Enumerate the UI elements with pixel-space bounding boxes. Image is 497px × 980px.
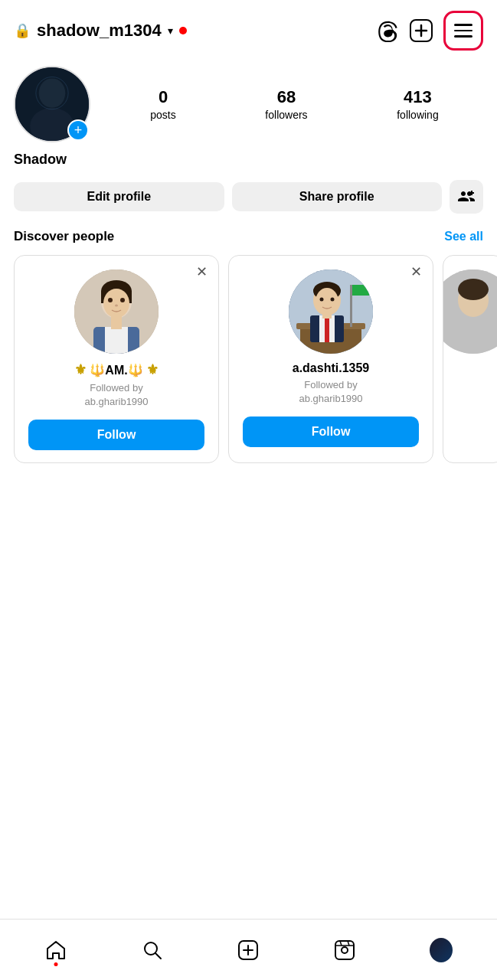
person-card-3 bbox=[443, 255, 497, 463]
home-nav-button[interactable] bbox=[44, 939, 67, 962]
person-1-username: ⚜ 🔱AM.🔱 ⚜ bbox=[74, 361, 159, 378]
search-icon bbox=[141, 939, 164, 962]
profile-nav-avatar bbox=[430, 939, 453, 962]
svg-point-11 bbox=[108, 298, 113, 302]
close-card-2-button[interactable]: ✕ bbox=[410, 265, 422, 279]
follow-person-2-button[interactable]: Follow bbox=[243, 416, 419, 447]
fleur-right-icon: ⚜ bbox=[146, 362, 159, 377]
discover-header: Discover people See all bbox=[0, 229, 497, 244]
svg-point-30 bbox=[331, 298, 335, 302]
reels-icon bbox=[333, 939, 356, 962]
people-scroll: ✕ bbox=[0, 255, 497, 471]
profile-display-name: Shadow bbox=[14, 152, 483, 168]
nav-avatar-circle bbox=[430, 938, 453, 962]
threads-button[interactable] bbox=[376, 19, 399, 42]
svg-rect-37 bbox=[335, 941, 354, 959]
person-2-username: a.dashti.1359 bbox=[293, 361, 370, 375]
posts-stat[interactable]: 0 posts bbox=[150, 87, 175, 121]
discover-title: Discover people bbox=[14, 229, 114, 244]
add-person-icon bbox=[457, 188, 476, 206]
person-1-followed-by: Followed by ab.gharib1990 bbox=[84, 381, 148, 409]
person-2-avatar bbox=[289, 270, 373, 354]
reels-nav-button[interactable] bbox=[333, 939, 356, 962]
following-label: following bbox=[397, 109, 438, 121]
top-nav: 🔒 shadow_m1304 ▾ bbox=[0, 0, 497, 58]
home-active-dot bbox=[54, 962, 57, 966]
bottom-spacer bbox=[0, 471, 497, 540]
fleur-left-icon: ⚜ bbox=[74, 362, 87, 377]
followers-stat[interactable]: 68 followers bbox=[265, 87, 307, 121]
chevron-down-icon[interactable]: ▾ bbox=[168, 24, 173, 37]
person-2-followed-by: Followed by ab.gharib1990 bbox=[299, 378, 362, 406]
svg-point-1 bbox=[39, 78, 66, 107]
share-profile-button[interactable]: Share profile bbox=[232, 182, 443, 211]
add-person-button[interactable] bbox=[450, 180, 483, 214]
person-card-2: ✕ bbox=[228, 255, 433, 463]
bottom-nav bbox=[0, 919, 497, 980]
add-story-button[interactable]: + bbox=[67, 119, 89, 141]
create-nav-button[interactable] bbox=[237, 939, 260, 962]
following-stat[interactable]: 413 following bbox=[397, 87, 438, 121]
svg-point-29 bbox=[320, 298, 324, 302]
following-count: 413 bbox=[404, 87, 432, 107]
svg-point-28 bbox=[316, 288, 338, 315]
search-nav-button[interactable] bbox=[141, 939, 164, 962]
svg-rect-27 bbox=[325, 315, 329, 342]
close-card-1-button[interactable]: ✕ bbox=[196, 265, 208, 279]
hamburger-icon bbox=[443, 11, 483, 51]
online-dot bbox=[179, 27, 187, 34]
username-label: shadow_m1304 bbox=[37, 21, 162, 41]
lock-icon: 🔒 bbox=[14, 22, 31, 39]
nav-left: 🔒 shadow_m1304 ▾ bbox=[14, 21, 187, 41]
menu-button[interactable] bbox=[443, 11, 483, 51]
person-card-1: ✕ bbox=[14, 255, 219, 463]
svg-rect-31 bbox=[322, 314, 332, 318]
svg-rect-16 bbox=[111, 315, 122, 329]
svg-point-13 bbox=[115, 305, 118, 307]
profile-section: + 0 posts 68 followers 413 following Sha… bbox=[0, 58, 497, 214]
svg-rect-22 bbox=[352, 285, 369, 296]
person-3-avatar bbox=[443, 270, 497, 354]
svg-rect-15 bbox=[105, 327, 128, 354]
home-icon bbox=[44, 939, 67, 962]
avatar-wrapper: + bbox=[14, 66, 90, 142]
profile-top: + 0 posts 68 followers 413 following bbox=[14, 66, 483, 142]
svg-point-12 bbox=[120, 298, 125, 302]
create-icon bbox=[237, 939, 260, 962]
followers-count: 68 bbox=[277, 87, 296, 107]
nav-right bbox=[376, 11, 483, 51]
posts-count: 0 bbox=[159, 87, 168, 107]
stats-row: 0 posts 68 followers 413 following bbox=[106, 87, 483, 121]
plus-icon bbox=[410, 19, 433, 42]
add-content-button[interactable] bbox=[410, 19, 433, 42]
svg-point-10 bbox=[103, 289, 129, 318]
see-all-button[interactable]: See all bbox=[444, 230, 483, 243]
svg-rect-21 bbox=[350, 285, 352, 327]
profile-buttons-row: Edit profile Share profile bbox=[14, 180, 483, 214]
profile-nav-button[interactable] bbox=[430, 939, 453, 962]
posts-label: posts bbox=[150, 109, 175, 121]
edit-profile-button[interactable]: Edit profile bbox=[14, 182, 224, 211]
followers-label: followers bbox=[265, 109, 307, 121]
follow-person-1-button[interactable]: Follow bbox=[28, 420, 204, 450]
person-1-avatar bbox=[74, 270, 159, 354]
svg-point-34 bbox=[458, 279, 489, 300]
svg-point-38 bbox=[342, 947, 348, 953]
